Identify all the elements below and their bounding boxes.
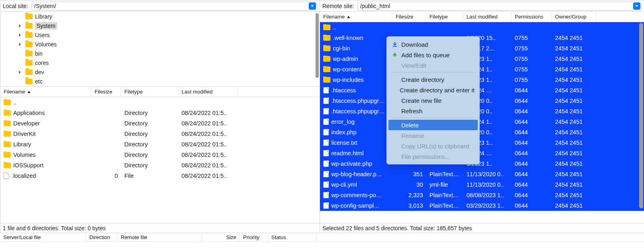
list-row[interactable]: index.php3/2020 0..06442454 2451 [320, 127, 644, 137]
list-row[interactable]: wp-cli.yml30yml-file11/13/2020 0..064424… [320, 179, 644, 190]
list-row[interactable]: wp-activate.php8/2023 1..06442454 2451 [320, 158, 644, 169]
cell-own: 2454 2451 [552, 160, 596, 167]
cell-type: Directory [121, 152, 178, 158]
qh-server-local[interactable]: Server/Local file [0, 233, 86, 242]
cell-type: File [121, 173, 178, 179]
folder-icon [4, 131, 11, 137]
tree-row[interactable]: bin [0, 49, 320, 58]
menu-item-delete[interactable]: Delete [388, 120, 478, 130]
local-tree[interactable]: LibrarySystemUsersVolumesbincoresdevetc [0, 12, 320, 87]
remote-file-list[interactable]: ...well-known2/2020 15..07552454 2451cgi… [320, 22, 644, 223]
list-row[interactable]: wp-comments-po…2,323PlainTextT…08/08/202… [320, 190, 644, 200]
file-name: wp-activate.php [331, 160, 372, 167]
qh-status[interactable]: Status [268, 233, 316, 242]
list-row[interactable]: cgi-bin2/2017 2…07552454 2451 [320, 43, 644, 54]
cell-type: Directory [121, 120, 178, 127]
col-filesize[interactable]: Filesize [392, 12, 426, 22]
list-row[interactable]: .. [320, 22, 644, 33]
qh-direction[interactable]: Direction [86, 233, 118, 242]
col-filename[interactable]: Filename [320, 12, 392, 22]
scrollbar[interactable] [639, 23, 643, 208]
tree-row[interactable]: Volumes [0, 40, 320, 49]
cell-own: 2454 2451 [552, 181, 596, 188]
cell-perm: 0644 [512, 98, 552, 104]
col-filetype[interactable]: Filetype [121, 87, 178, 97]
col-ownergroup[interactable]: Owner/Group [552, 12, 596, 22]
disclosure-icon[interactable] [17, 42, 23, 47]
col-lastmodified[interactable]: Last modified [463, 12, 512, 22]
menu-label: Add files to queue [401, 52, 450, 58]
menu-item-add-files-to-queue[interactable]: Add files to queue [387, 50, 479, 60]
list-row[interactable]: .. [0, 97, 320, 108]
file-name: cgi-bin [333, 45, 350, 52]
list-row[interactable]: readme.html0/2024 …06442454 2451 [320, 148, 644, 158]
list-row[interactable]: LibraryDirectory08/24/2022 01:5.. [0, 139, 320, 150]
file-icon [323, 140, 329, 146]
tree-row[interactable]: System [0, 21, 320, 30]
file-name: Developer [13, 120, 40, 127]
list-row[interactable]: DeveloperDirectory08/24/2022 01:5.. [0, 118, 320, 129]
remote-list-headers[interactable]: Filename Filesize Filetype Last modified… [320, 12, 644, 22]
menu-separator [391, 118, 475, 118]
local-file-list[interactable]: ..ApplicationsDirectory08/24/2022 01:5..… [0, 97, 320, 223]
tree-row[interactable]: etc [0, 77, 320, 86]
col-filesize[interactable]: Filesize [91, 87, 121, 97]
cell-type: Directory [121, 162, 178, 169]
qh-size[interactable]: Size [202, 233, 240, 242]
file-icon [323, 129, 329, 135]
list-row[interactable]: wp-admin8/2023 1..07552454 2451 [320, 54, 644, 64]
list-row[interactable]: .htaccess.phpupgr…7/2020 0..06442454 245… [320, 106, 644, 117]
tree-label: System [35, 22, 57, 29]
queue-headers[interactable]: Server/Local file Direction Remote file … [0, 233, 644, 242]
menu-item-create-directory[interactable]: Create directory [387, 74, 479, 85]
tree-row[interactable]: dev [0, 67, 320, 77]
list-row[interactable]: ApplicationsDirectory08/24/2022 01:5.. [0, 108, 320, 118]
qh-remote[interactable]: Remote file [118, 233, 202, 242]
file-name: Volumes [13, 152, 36, 158]
folder-icon [4, 142, 11, 147]
menu-item-download[interactable]: Download [387, 39, 479, 50]
col-permissions[interactable]: Permissions [512, 12, 552, 22]
menu-item-create-directory-and-enter-it[interactable]: Create directory and enter it [387, 85, 479, 95]
list-row[interactable]: error_log7/2024 1..06442454 2451 [320, 117, 644, 127]
local-path-combo[interactable]: /System/ [31, 2, 317, 10]
cell-own: 2454 2451 [552, 98, 596, 104]
disclosure-icon[interactable] [17, 32, 23, 38]
list-row[interactable]: .well-known2/2020 15..07552454 2451 [320, 33, 644, 43]
cell-own: 2454 2451 [552, 192, 596, 198]
list-row[interactable]: .localized0File08/24/2022 01:5.. [0, 171, 320, 181]
cell-perm: 0755 [512, 77, 552, 83]
tree-row[interactable]: Users [0, 30, 320, 40]
menu-item-create-new-file[interactable]: Create new file [387, 95, 479, 106]
cell-perm: 0644 [512, 87, 552, 94]
folder-icon [25, 79, 33, 84]
list-row[interactable]: .htaccess8/2024 …06442454 2451 [320, 85, 644, 96]
menu-item-refresh[interactable]: Refresh [387, 106, 479, 116]
remote-path-combo[interactable]: /public_html [357, 2, 642, 10]
list-row[interactable]: license.txt7/2023 1..06442454 2451 [320, 137, 644, 148]
list-row[interactable]: wp-content9/2024 1..07552454 2451 [320, 64, 644, 75]
chevron-down-icon[interactable] [633, 2, 640, 10]
list-row[interactable]: wp-blog-header.p…351PlainTextT…11/13/202… [320, 169, 644, 179]
cell-mod: 08/24/2022 01:5.. [178, 152, 238, 158]
disclosure-icon[interactable] [17, 23, 23, 29]
list-row[interactable]: wp-config-sampl…3,013PlainTextT…03/29/20… [320, 200, 644, 211]
col-filename[interactable]: Filename [0, 87, 91, 97]
local-list-headers[interactable]: Filename Filesize Filetype Last modified [0, 87, 320, 97]
file-name: .well-known [333, 35, 363, 41]
qh-priority[interactable]: Priority [240, 233, 268, 242]
list-row[interactable]: iOSSupportDirectory08/24/2022 01:5.. [0, 160, 320, 171]
chevron-down-icon[interactable] [309, 2, 316, 10]
tree-row[interactable]: Library [0, 12, 320, 21]
col-lastmodified[interactable]: Last modified [178, 87, 238, 97]
remote-pane: Remote site: /public_html Filename Files… [320, 0, 644, 233]
cell-own: 2454 2451 [552, 119, 596, 125]
list-row[interactable]: wp-includes7/2023 1..07552454 2451 [320, 75, 644, 85]
list-row[interactable]: .htaccess.phpupgr…7/2020 0..06442454 245… [320, 96, 644, 106]
disclosure-icon[interactable] [17, 69, 23, 75]
context-menu[interactable]: DownloadAdd files to queueView/EditCreat… [386, 36, 480, 165]
col-filetype[interactable]: Filetype [426, 12, 463, 22]
list-row[interactable]: DriverKitDirectory08/24/2022 01:5.. [0, 129, 320, 139]
list-row[interactable]: VolumesDirectory08/24/2022 01:5.. [0, 150, 320, 160]
tree-row[interactable]: cores [0, 58, 320, 67]
